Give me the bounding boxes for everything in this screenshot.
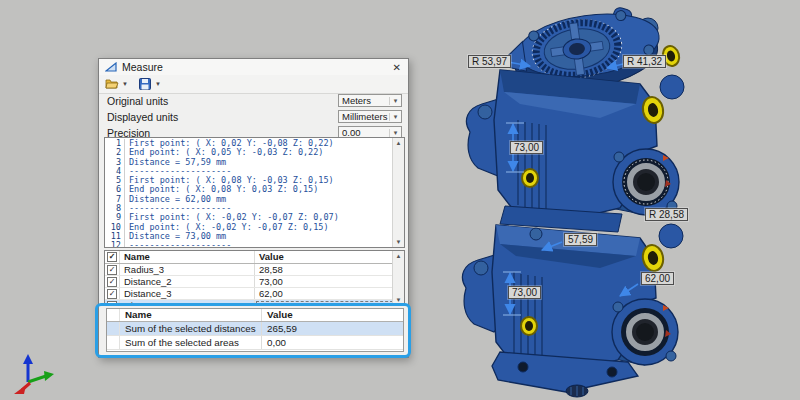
scroll-down-icon[interactable]: ▼	[396, 237, 402, 247]
measurement-row[interactable]: ✓ Distance_4 57,59	[105, 300, 404, 306]
name-column-header[interactable]: Name	[120, 251, 255, 263]
scroll-up-icon[interactable]: ▲	[396, 138, 402, 148]
measurement-row[interactable]: ✓ Distance_3 62,00	[105, 288, 404, 300]
value-column-header[interactable]: Value	[255, 251, 404, 263]
table-scrollbar[interactable]: ▲ ▼	[392, 251, 404, 305]
dialog-titlebar[interactable]: Measure ✕	[99, 59, 408, 76]
measurements-table[interactable]: ✓ Name Value ✓ Radius_3 28,58 ✓	[104, 250, 405, 306]
measurements-header-row: ✓ Name Value	[105, 251, 404, 264]
checkbox-checked-icon[interactable]: ✓	[107, 252, 117, 262]
measurement-log[interactable]: 1 First point: ( X: 0,02 Y: -0,08 Z: 0,2…	[104, 137, 405, 248]
log-line-number: 2	[105, 148, 124, 157]
chevron-down-icon: ▼	[155, 81, 161, 87]
dimension-label[interactable]: R 41,32	[623, 55, 666, 68]
summary-table: Name Value Sum of the selected distances…	[106, 308, 404, 352]
log-line-number: 8	[105, 204, 124, 213]
scroll-down-icon[interactable]: ▼	[396, 295, 402, 305]
select-all-checkbox-cell[interactable]: ✓	[105, 251, 120, 263]
z-axis-arrow	[23, 354, 33, 364]
measurement-row[interactable]: ✓ Distance_2 73,00	[105, 276, 404, 288]
measurement-value: 73,00	[255, 276, 404, 287]
checkbox-checked-icon[interactable]: ✓	[107, 301, 117, 307]
log-line-number: 12	[105, 241, 124, 248]
y-axis-arrow	[44, 371, 54, 381]
measurement-name: Radius_3	[120, 264, 255, 275]
open-button[interactable]: ▼	[105, 78, 128, 90]
chevron-down-icon: ▼	[122, 81, 128, 87]
row-checkbox-cell[interactable]: ✓	[105, 276, 120, 287]
measurement-name: Distance_2	[120, 276, 255, 287]
chevron-down-icon[interactable]: ▾	[389, 129, 401, 137]
log-line-number: 6	[105, 185, 124, 194]
log-line-number: 7	[105, 195, 124, 204]
summary-lead-cell	[107, 309, 120, 321]
summary-row[interactable]: Sum of the selected areas 0,00	[107, 336, 403, 350]
summary-row[interactable]: Sum of the selected distances 265,59	[107, 322, 403, 336]
dialog-toolbar: ▼ ▼	[99, 75, 408, 94]
measurement-value: 57,59	[255, 300, 404, 306]
axis-triad[interactable]	[10, 352, 58, 396]
measure-dialog: Measure ✕ ▼ ▼ Original units Meters ▾	[98, 58, 409, 358]
measurement-name: Distance_3	[120, 288, 255, 299]
dialog-title: Measure	[122, 61, 163, 73]
measure-tool-icon	[105, 62, 117, 72]
measurement-row[interactable]: ✓ Radius_3 28,58	[105, 264, 404, 276]
dimension-label[interactable]: 57,59	[564, 233, 597, 246]
measurement-value: 62,00	[255, 288, 404, 299]
summary-value: 265,59	[262, 322, 403, 335]
displayed-units-label: Displayed units	[107, 111, 178, 123]
summary-name-header: Name	[120, 309, 262, 321]
x-axis-arrow	[14, 385, 26, 394]
log-line-number: 4	[105, 167, 124, 176]
checkbox-checked-icon[interactable]: ✓	[107, 289, 117, 299]
log-line-number: 3	[105, 158, 124, 167]
checkbox-checked-icon[interactable]: ✓	[107, 265, 117, 275]
summary-lead-cell	[107, 336, 120, 349]
measurement-name: Distance_4	[120, 300, 255, 306]
summary-name: Sum of the selected distances	[120, 322, 262, 335]
save-icon	[138, 78, 152, 90]
close-icon[interactable]: ✕	[393, 62, 401, 73]
original-units-label: Original units	[107, 95, 168, 107]
summary-value-header: Value	[262, 309, 403, 321]
summary-lead-cell	[107, 322, 120, 335]
summary-name: Sum of the selected areas	[120, 336, 262, 349]
dimension-label[interactable]: 73,00	[508, 286, 541, 299]
original-units-select[interactable]: Meters ▾	[338, 94, 402, 107]
summary-value: 0,00	[262, 336, 403, 349]
log-scrollbar[interactable]: ▲ ▼	[392, 138, 404, 247]
row-checkbox-cell[interactable]: ✓	[105, 300, 120, 306]
log-line-number: 5	[105, 176, 124, 185]
log-line-text: --------------------	[124, 241, 231, 248]
dimension-label[interactable]: 62,00	[641, 272, 674, 285]
displayed-units-select[interactable]: Millimeters ▾	[338, 110, 402, 123]
dimension-label[interactable]: 73,00	[510, 141, 543, 154]
log-line-number: 1	[105, 139, 124, 148]
dimension-label[interactable]: R 28,58	[645, 208, 688, 221]
chevron-down-icon[interactable]: ▾	[389, 97, 401, 105]
measurement-value: 28,58	[255, 264, 404, 275]
original-units-row: Original units Meters ▾	[99, 93, 408, 109]
checkbox-checked-icon[interactable]: ✓	[107, 277, 117, 287]
row-checkbox-cell[interactable]: ✓	[105, 264, 120, 275]
dimension-label[interactable]: R 53,97	[468, 55, 511, 68]
summary-header-row: Name Value	[107, 309, 403, 322]
original-units-value: Meters	[339, 95, 389, 106]
row-checkbox-cell[interactable]: ✓	[105, 288, 120, 299]
chevron-down-icon[interactable]: ▾	[389, 113, 401, 121]
displayed-units-row: Displayed units Millimeters ▾	[99, 109, 408, 125]
displayed-units-value: Millimeters	[339, 111, 389, 122]
scroll-up-icon[interactable]: ▲	[396, 251, 402, 261]
log-line: 12 --------------------	[105, 241, 392, 248]
save-button[interactable]: ▼	[138, 78, 161, 90]
folder-open-icon	[105, 78, 119, 90]
